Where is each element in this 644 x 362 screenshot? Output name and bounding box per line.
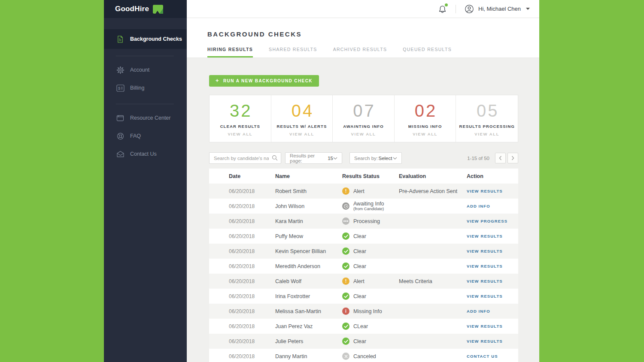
search-by-select[interactable]: Search by: Select [349,152,402,164]
run-new-background-check-button[interactable]: + RUN A NEW BACKGROUND CHECK [209,75,319,87]
envelope-icon [116,151,125,157]
status-text: CLear [353,323,368,329]
chevron-right-icon [511,156,514,160]
cell-date: 06/20/2018 [209,319,255,334]
tab-shared-results[interactable]: SHARED RESULTS [269,47,317,57]
goodhire-logo[interactable]: GoodHire [104,0,187,18]
chevron-down-icon [333,157,337,160]
sidebar-item-billing[interactable]: $Billing [104,79,187,97]
sidebar-item-label: Background Checks [130,36,182,42]
sidebar-item-contact-us[interactable]: Contact Us [104,145,187,163]
view-results-link[interactable]: VIEW RESULTS [467,249,503,253]
stat-value: 04 [292,102,314,119]
view-results-link[interactable]: VIEW RESULTS [467,339,503,344]
add-info-link[interactable]: ADD INFO [467,309,490,314]
topbar-divider [456,5,456,13]
cell-name: Caleb Wolf [255,274,322,289]
cell-results-status: Clear [322,289,379,304]
status-text: Clear [353,248,366,254]
sidebar-item-background-checks[interactable]: Background Checks [104,29,187,49]
table-row: 06/20/2018Juan Perez VazCLearVIEW RESULT… [209,319,518,334]
main-area: Hi, Michael Chen BACKGROUND CHECKS HIRIN… [187,0,539,362]
cell-action: ADD INFO [447,304,518,319]
view-results-link[interactable]: VIEW RESULTS [467,234,503,238]
status-label: CLear [353,323,368,329]
results-per-page-select[interactable]: Results per page: 15 [285,152,342,164]
status-text: Clear [353,338,366,344]
add-info-link[interactable]: ADD INFO [467,204,490,208]
cell-name: Puffy Meow [255,229,322,244]
user-menu[interactable]: Hi, Michael Chen [465,4,530,14]
status-label: Clear [353,233,366,239]
billing-icon: $ [116,84,125,92]
sidebar-item-account[interactable]: Account [104,61,187,79]
view-results-link[interactable]: VIEW RESULTS [467,324,503,329]
cell-results-status: Clear [322,259,379,274]
pagination-next-button[interactable] [507,153,518,163]
results-per-page-label: Results per page: [290,153,328,163]
cell-name: Juan Perez Vaz [255,319,322,334]
table-row: 06/20/2018Danny MartinCanceledCONTACT US [209,349,518,362]
tab-bar: HIRING RESULTSSHARED RESULTSARCHIVED RES… [207,47,539,57]
chevron-down-icon [393,157,397,160]
table-row: 06/20/2018Caleb Wolf!AlertMeets Criteria… [209,274,518,289]
view-all-link[interactable]: VIEW ALL [351,132,376,136]
table-row: 06/20/2018Melissa San-MartiniMissing Inf… [209,304,518,319]
tab-archived-results[interactable]: ARCHIVED RESULTS [333,47,387,57]
cell-name: Irina Foxtrotter [255,289,322,304]
cell-date: 06/20/2018 [209,244,255,259]
view-all-link[interactable]: VIEW ALL [474,132,499,136]
status-clear-icon [342,232,349,240]
status-clear-icon [342,262,349,270]
goodhire-flag-icon [153,5,163,14]
cell-name: Kevin Spencer Billian [255,244,322,259]
view-results-link[interactable]: VIEW RESULTS [467,189,503,193]
view-progress-link[interactable]: VIEW PROGRESS [467,219,507,223]
app-window: GoodHire Background ChecksAccount$Billin… [104,0,539,362]
view-all-link[interactable]: VIEW ALL [228,132,252,136]
cell-evaluation: Meets Criteria [379,274,447,289]
cell-date: 06/20/2018 [209,229,255,244]
contact-us-link[interactable]: CONTACT US [467,354,498,359]
table-row: 06/20/2018Meredith AndersonClearVIEW RES… [209,259,518,274]
sidebar-item-resource-center[interactable]: Resource Center [104,109,187,127]
cell-action: VIEW RESULTS [447,244,518,259]
results-per-page-value: 15 [328,156,333,161]
sidebar-item-faq[interactable]: FAQ [104,127,187,145]
status-text: Processing [353,218,380,224]
sidebar-nav: Background ChecksAccount$BillingResource… [104,18,187,163]
status-text: Clear [353,293,366,299]
cell-date: 06/20/2018 [209,214,255,229]
view-all-link[interactable]: VIEW ALL [289,132,314,136]
pagination-prev-button[interactable] [495,153,506,163]
notifications-button[interactable] [438,4,447,14]
stat-value: 32 [230,102,252,119]
view-results-link[interactable]: VIEW RESULTS [467,294,503,299]
user-avatar-icon [465,4,474,14]
cell-name: Melissa San-Martin [255,304,322,319]
cell-action: VIEW RESULTS [447,259,518,274]
view-all-link[interactable]: VIEW ALL [413,132,437,136]
tab-hiring-results[interactable]: HIRING RESULTS [207,47,253,57]
status-clear-icon [342,247,349,255]
status-alert-icon: ! [342,187,349,195]
tab-queued-results[interactable]: QUEUED RESULTS [403,47,452,57]
cell-results-status: Canceled [322,349,379,362]
status-text: Clear [353,233,366,239]
cell-evaluation [379,334,447,349]
cell-action: VIEW RESULTS [447,229,518,244]
cell-date: 06/20/2018 [209,199,255,214]
status-clear-icon [342,323,349,330]
sidebar-item-label: Contact Us [130,151,157,157]
status-text: Canceled [353,353,376,359]
view-results-link[interactable]: VIEW RESULTS [467,279,503,284]
cell-action: VIEW RESULTS [447,184,518,199]
gear-icon [116,66,125,74]
plus-icon: + [216,78,219,83]
view-results-link[interactable]: VIEW RESULTS [467,264,503,268]
cell-evaluation [379,319,447,334]
cell-name: Kara Martin [255,214,322,229]
search-input[interactable] [209,152,281,164]
cell-name: Julie Peters [255,334,322,349]
notification-dot [445,3,448,6]
